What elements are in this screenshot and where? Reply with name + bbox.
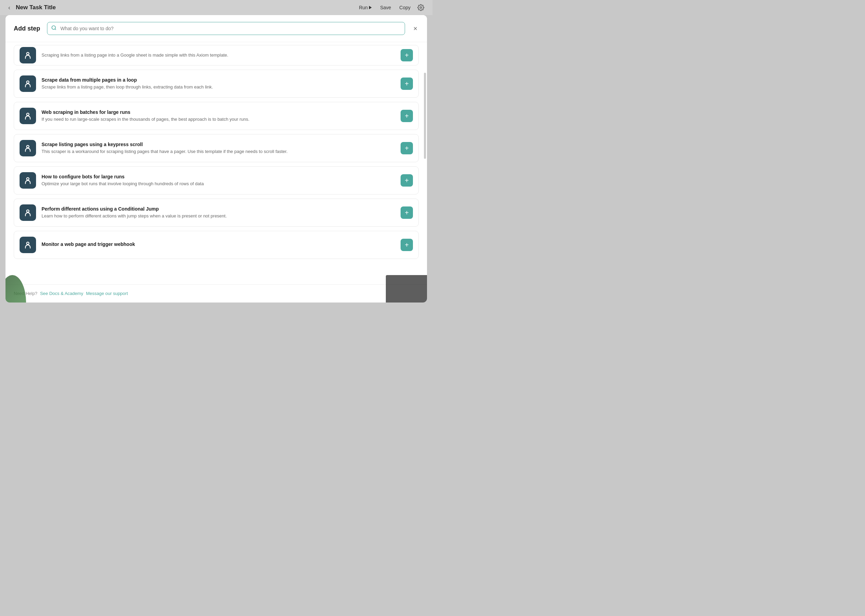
template-item[interactable]: Perform different actions using a Condit…	[14, 199, 419, 227]
add-template-button-2[interactable]: +	[400, 142, 413, 154]
template-item[interactable]: How to configure bots for large runs Opt…	[14, 167, 419, 195]
add-template-button-0[interactable]: +	[400, 77, 413, 90]
add-template-button-partial[interactable]: +	[400, 49, 413, 61]
copy-button[interactable]: Copy	[397, 3, 413, 12]
template-item[interactable]: Monitor a web page and trigger webhook +	[14, 231, 419, 259]
gear-icon	[418, 4, 424, 11]
svg-point-8	[27, 210, 29, 212]
add-step-title: Add step	[14, 25, 40, 32]
template-desc-2: This scraper is a workaround for scrapin…	[41, 149, 395, 155]
svg-point-1	[52, 26, 56, 30]
axiom-icon-4	[23, 208, 33, 217]
settings-button[interactable]	[416, 3, 425, 13]
axiom-icon-3	[23, 176, 33, 185]
docs-academy-link[interactable]: See Docs & Academy	[40, 291, 84, 296]
search-wrapper	[47, 22, 405, 35]
template-item[interactable]: Web scraping in batches for large runs I…	[14, 102, 419, 130]
svg-point-7	[27, 178, 29, 180]
search-input[interactable]	[47, 22, 405, 35]
template-name-4: Perform different actions using a Condit…	[41, 206, 395, 212]
template-item[interactable]: Scrape listing pages using a keypress sc…	[14, 134, 419, 162]
save-button[interactable]: Save	[377, 3, 394, 12]
axiom-icon	[23, 50, 33, 60]
add-template-button-1[interactable]: +	[400, 110, 413, 122]
svg-line-2	[55, 29, 56, 30]
top-header: ‹ New Task Title Run Save Copy	[0, 0, 433, 15]
scroll-indicator	[424, 73, 426, 159]
svg-point-3	[27, 52, 29, 55]
close-button[interactable]: ×	[412, 24, 419, 33]
template-text-5: Monitor a web page and trigger webhook	[41, 242, 395, 248]
svg-point-4	[27, 81, 29, 83]
template-name-5: Monitor a web page and trigger webhook	[41, 242, 395, 247]
template-item[interactable]: Scraping links from a listing page into …	[14, 45, 419, 66]
template-name-0: Scrape data from multiple pages in a loo…	[41, 77, 395, 83]
add-template-button-3[interactable]: +	[400, 174, 413, 187]
template-text-1: Web scraping in batches for large runs I…	[41, 109, 395, 123]
modal-footer: Need Help? See Docs & Academy Message ou…	[5, 284, 427, 302]
template-desc-4: Learn how to perform different actions w…	[41, 213, 395, 219]
play-icon	[369, 6, 372, 9]
back-button[interactable]: ‹	[7, 3, 12, 13]
add-template-button-5[interactable]: +	[400, 239, 413, 251]
modal-panel: Add step × Scraping links from a li	[5, 15, 427, 303]
template-icon-2	[20, 140, 36, 156]
template-name-3: How to configure bots for large runs	[41, 174, 395, 179]
task-title: New Task Title	[16, 4, 56, 11]
header-actions: Run Save Copy	[356, 3, 425, 13]
run-label: Run	[359, 5, 368, 10]
support-link[interactable]: Message our support	[86, 291, 128, 296]
template-icon-1	[20, 108, 36, 124]
need-help-text: Need Help?	[14, 291, 38, 296]
template-desc-3: Optimize your large bot runs that involv…	[41, 181, 395, 187]
template-icon-5	[20, 237, 36, 253]
template-name-1: Web scraping in batches for large runs	[41, 109, 395, 115]
modal-content: Scraping links from a listing page into …	[5, 42, 427, 284]
template-desc-0: Scrape links from a listing page, then l…	[41, 84, 395, 90]
axiom-icon-1	[23, 111, 33, 121]
template-icon-4	[20, 204, 36, 221]
axiom-icon-5	[23, 240, 33, 250]
template-text-partial: Scraping links from a listing page into …	[41, 52, 395, 58]
template-text-4: Perform different actions using a Condit…	[41, 206, 395, 219]
template-desc-partial: Scraping links from a listing page into …	[41, 52, 395, 58]
template-text-0: Scrape data from multiple pages in a loo…	[41, 77, 395, 90]
template-text-3: How to configure bots for large runs Opt…	[41, 174, 395, 187]
template-item[interactable]: Scrape data from multiple pages in a loo…	[14, 70, 419, 98]
template-desc-1: If you need to run large-scale scrapes i…	[41, 116, 395, 123]
add-template-button-4[interactable]: +	[400, 206, 413, 219]
modal-header: Add step ×	[5, 15, 427, 42]
svg-point-5	[27, 113, 29, 116]
svg-point-6	[27, 145, 29, 148]
svg-point-0	[420, 7, 422, 9]
template-icon-partial	[20, 47, 36, 63]
template-name-2: Scrape listing pages using a keypress sc…	[41, 141, 395, 147]
template-icon-0	[20, 75, 36, 92]
run-button[interactable]: Run	[356, 3, 375, 12]
svg-point-9	[27, 242, 29, 245]
template-text-2: Scrape listing pages using a keypress sc…	[41, 141, 395, 155]
axiom-icon-0	[23, 79, 33, 88]
template-icon-3	[20, 172, 36, 189]
search-icon	[51, 25, 57, 32]
axiom-icon-2	[23, 143, 33, 153]
